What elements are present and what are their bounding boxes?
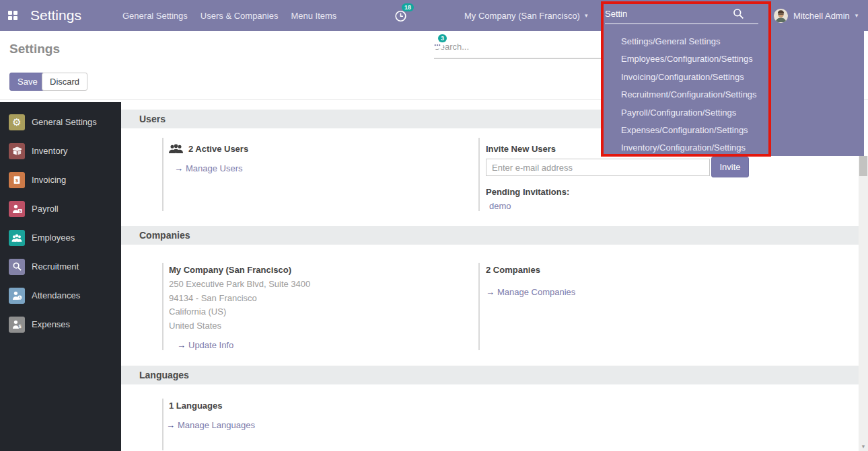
gear-icon: ⚙ [9, 114, 25, 130]
sidebar-item-inventory[interactable]: Inventory [0, 136, 121, 165]
navbar-search-input[interactable] [605, 9, 733, 19]
vertical-scrollbar[interactable]: ▾ [859, 156, 868, 451]
section-header-languages: Languages [121, 366, 859, 384]
update-info-link[interactable]: → Update Info [177, 340, 478, 350]
arrow-right-icon: → [177, 340, 186, 350]
sidebar-item-attendances[interactable]: Attendances [0, 281, 121, 310]
invite-button[interactable]: Invite [711, 157, 749, 177]
manage-users-link[interactable]: → Manage Users [174, 163, 478, 173]
sidebar-item-expenses[interactable]: $ Expenses [0, 310, 121, 339]
companies-count-block: 2 Companies → Manage Companies [478, 263, 768, 350]
suggestion-settings-general[interactable]: Settings/General Settings [602, 33, 864, 50]
search-icon[interactable] [733, 8, 744, 19]
invite-email-input[interactable] [486, 159, 710, 176]
avatar [774, 9, 788, 23]
active-users-block: 2 Active Users → Manage Users [162, 138, 478, 211]
save-button[interactable]: Save [9, 73, 46, 91]
navbar-search-box[interactable] [605, 4, 758, 24]
company-switcher-label: My Company (San Francisco) [464, 11, 580, 21]
company-address-line: 94134 - San Francisco [169, 292, 478, 306]
chevron-down-icon: ▾ [585, 12, 588, 19]
recruitment-search-icon [9, 259, 25, 275]
company-address-line: 250 Executive Park Blvd, Suite 3400 [169, 278, 478, 292]
message-count-badge: 3 [438, 34, 447, 42]
suggestion-payroll-settings[interactable]: Payroll/Configuration/Settings [602, 104, 864, 122]
search-suggestions-dropdown: Settings/General Settings Employees/Conf… [602, 31, 864, 156]
discard-button[interactable]: Discard [42, 73, 87, 91]
employees-icon [9, 230, 25, 246]
users-group-icon [169, 144, 183, 154]
menu-general-settings[interactable]: General Settings [122, 11, 188, 21]
company-name: My Company (San Francisco) [169, 263, 478, 278]
payroll-icon: $ [9, 201, 25, 217]
company-switcher[interactable]: My Company (San Francisco) ▾ [464, 0, 587, 31]
sidebar-item-invoicing[interactable]: $ Invoicing [0, 165, 121, 194]
sidebar-item-general-settings[interactable]: ⚙ General Settings [0, 108, 121, 136]
pending-user-demo-link[interactable]: demo [489, 201, 768, 211]
languages-block: 1 Languages → Manage Languages [162, 399, 478, 450]
sidebar-item-payroll[interactable]: $ Payroll [0, 194, 121, 223]
suggestion-inventory-settings[interactable]: Inventory/Configuration/Settings [602, 139, 864, 157]
invoice-icon: $ [9, 172, 25, 188]
settings-sidebar: ⚙ General Settings Inventory $ Invoicing… [0, 102, 121, 451]
menu-menu-items[interactable]: Menu Items [290, 11, 337, 21]
companies-section-body: My Company (San Francisco) 250 Executive… [121, 263, 859, 350]
company-address-line: United States [169, 319, 478, 333]
company-address-line: California (US) [169, 305, 478, 319]
manage-companies-link[interactable]: → Manage Companies [486, 287, 768, 297]
manage-languages-link[interactable]: → Manage Languages [166, 420, 478, 430]
sidebar-item-employees[interactable]: Employees [0, 223, 121, 252]
app-brand-title[interactable]: Settings [30, 0, 81, 31]
active-users-count: 2 Active Users [188, 144, 248, 154]
page-title: Settings [9, 42, 60, 56]
svg-text:$: $ [19, 209, 21, 213]
languages-section-body: 1 Languages → Manage Languages [121, 399, 859, 450]
inventory-box-icon [9, 143, 25, 159]
activity-count-badge: 18 [402, 3, 414, 11]
arrow-right-icon: → [166, 420, 175, 430]
user-name: Mitchell Admin [793, 11, 850, 21]
pending-invitations-label: Pending Invitations: [486, 187, 768, 197]
chevron-down-icon: ▾ [855, 12, 859, 19]
company-info-block: My Company (San Francisco) 250 Executive… [162, 263, 478, 350]
menu-users-companies[interactable]: Users & Companies [200, 11, 279, 21]
user-menu[interactable]: Mitchell Admin ▾ [774, 0, 858, 31]
attendance-icon [9, 288, 25, 304]
expense-icon: $ [9, 317, 25, 333]
apps-grid-icon [8, 11, 17, 20]
arrow-right-icon: → [174, 163, 183, 173]
scrollbar-thumb[interactable] [859, 156, 867, 176]
top-navbar: Settings General Settings Users & Compan… [0, 0, 868, 31]
scroll-down-arrow-icon[interactable]: ▾ [859, 443, 868, 450]
svg-text:$: $ [18, 324, 21, 329]
arrow-right-icon: → [486, 287, 495, 297]
suggestion-employees-settings[interactable]: Employees/Configuration/Settings [602, 50, 864, 68]
suggestion-invoicing-settings[interactable]: Invoicing/Configuration/Settings [602, 69, 864, 86]
apps-menu-button[interactable] [8, 0, 17, 31]
companies-count: 2 Companies [486, 263, 768, 278]
sidebar-item-recruitment[interactable]: Recruitment [0, 252, 121, 281]
section-header-companies: Companies [121, 226, 859, 245]
suggestion-recruitment-settings[interactable]: Recruitment/Configuration/Settings [602, 86, 864, 104]
languages-count: 1 Languages [169, 401, 478, 411]
top-menu: General Settings Users & Companies Menu … [122, 0, 337, 31]
suggestion-expenses-settings[interactable]: Expenses/Configuration/Settings [602, 122, 864, 139]
